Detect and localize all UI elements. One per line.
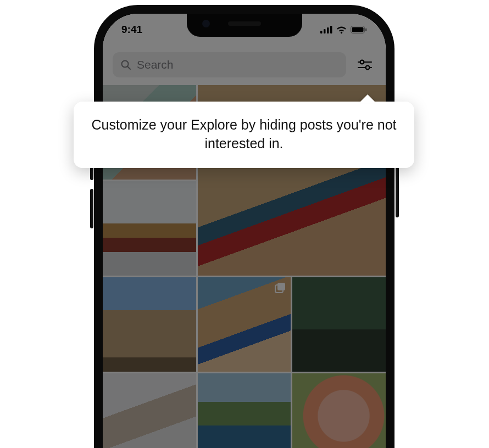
tooltip-arrow: [359, 94, 376, 103]
phone-screen: 9:41 Search: [103, 14, 386, 448]
dim-overlay[interactable]: [103, 14, 386, 448]
phone-frame: 9:41 Search: [94, 5, 394, 448]
tooltip-text: Customize your Explore by hiding posts y…: [91, 117, 396, 151]
volume-down-button: [90, 189, 93, 228]
explore-tooltip[interactable]: Customize your Explore by hiding posts y…: [74, 102, 414, 168]
